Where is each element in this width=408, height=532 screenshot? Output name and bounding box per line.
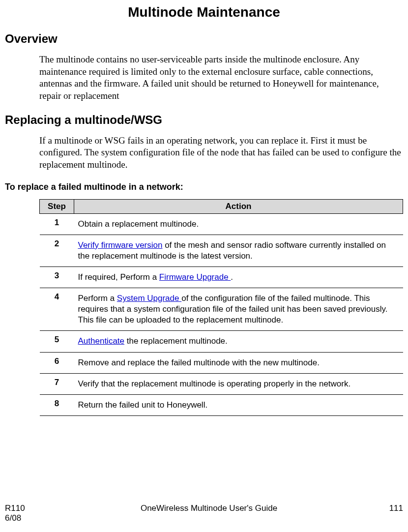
action-link[interactable]: Verify firmware version	[78, 240, 163, 250]
step-action: Return the failed unit to Honeywell.	[74, 394, 403, 415]
table-row: 2Verify firmware version of the mesh and…	[40, 235, 403, 266]
table-row: 3If required, Perform a Firmware Upgrade…	[40, 267, 403, 288]
footer-page-number: 111	[374, 503, 403, 513]
table-row: 4Perform a System Upgrade of the configu…	[40, 288, 403, 331]
replacing-heading: Replacing a multinode/WSG	[5, 113, 403, 127]
step-action: Perform a System Upgrade of the configur…	[74, 288, 403, 331]
step-action: If required, Perform a Firmware Upgrade …	[74, 267, 403, 288]
action-text: Return the failed unit to Honeywell.	[78, 400, 208, 410]
step-action: Remove and replace the failed multinode …	[74, 352, 403, 373]
step-action: Obtain a replacement multinode.	[74, 213, 403, 235]
procedure-subhead: To replace a failed multinode in a netwo…	[5, 182, 403, 192]
action-text: Verify that the replacement multinode is…	[78, 379, 351, 388]
step-number: 5	[40, 331, 74, 352]
table-row: 1Obtain a replacement multinode.	[40, 213, 403, 235]
column-header-step: Step	[40, 199, 74, 213]
step-number: 7	[40, 373, 74, 394]
overview-paragraph: The multinode contains no user-serviceab…	[39, 54, 402, 102]
replacing-paragraph: If a multinode or WSG fails in an operat…	[39, 135, 402, 171]
action-text: Perform a	[78, 294, 117, 303]
step-number: 3	[40, 267, 74, 288]
step-action: Verify that the replacement multinode is…	[74, 373, 403, 394]
action-text: .	[231, 272, 233, 282]
action-link[interactable]: System Upgrade	[117, 294, 181, 303]
page-title: Multinode Maintenance	[5, 4, 403, 20]
step-number: 6	[40, 352, 74, 373]
action-text: Obtain a replacement multinode.	[78, 219, 199, 229]
table-row: 6Remove and replace the failed multinode…	[40, 352, 403, 373]
table-row: 7Verify that the replacement multinode i…	[40, 373, 403, 394]
action-text: Remove and replace the failed multinode …	[78, 358, 320, 367]
step-action: Authenticate the replacement multinode.	[74, 331, 403, 352]
step-number: 1	[40, 213, 74, 235]
overview-heading: Overview	[5, 32, 403, 46]
page-footer: R110 OneWireless Multinode User's Guide …	[5, 503, 403, 523]
footer-document-title: OneWireless Multinode User's Guide	[44, 503, 374, 513]
footer-date: 6/08	[5, 513, 44, 523]
action-text: the replacement multinode.	[124, 336, 228, 346]
footer-revision: R110	[5, 503, 44, 513]
step-number: 4	[40, 288, 74, 331]
procedure-table: Step Action 1Obtain a replacement multin…	[39, 199, 403, 416]
column-header-action: Action	[74, 199, 403, 213]
action-text: If required, Perform a	[78, 272, 159, 282]
table-row: 5Authenticate the replacement multinode.	[40, 331, 403, 352]
step-number: 2	[40, 235, 74, 266]
step-action: Verify firmware version of the mesh and …	[74, 235, 403, 266]
step-number: 8	[40, 394, 74, 415]
table-row: 8Return the failed unit to Honeywell.	[40, 394, 403, 415]
action-link[interactable]: Firmware Upgrade	[159, 272, 231, 282]
action-link[interactable]: Authenticate	[78, 336, 125, 346]
